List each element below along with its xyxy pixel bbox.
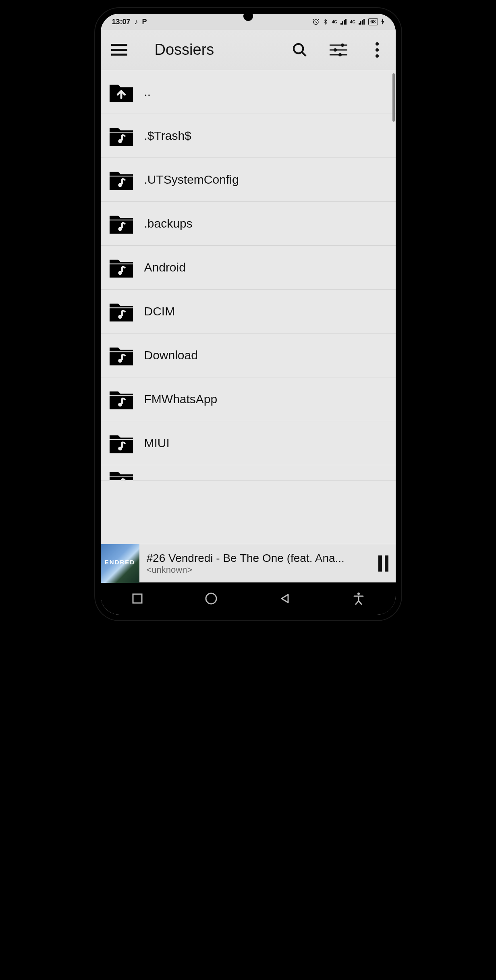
signal-1-icon (340, 19, 347, 25)
status-left: 13:07 ♪ P (112, 18, 147, 26)
recent-apps-button[interactable] (128, 589, 147, 608)
square-icon (132, 593, 143, 604)
svg-point-12 (376, 48, 379, 52)
svg-point-25 (118, 359, 122, 363)
phone-screen: 13:07 ♪ P 4G 4G 68 (101, 14, 396, 615)
hamburger-menu-button[interactable] (108, 39, 131, 61)
music-note-icon: ♪ (135, 18, 138, 26)
folder-label: MIUI (144, 436, 170, 450)
now-playing-title: #26 Vendredi - Be The One (feat. Ana... (147, 552, 364, 565)
folder-row[interactable]: .UTSystemConfig (101, 158, 396, 202)
folder-row[interactable]: MIUI (101, 421, 396, 465)
back-button[interactable] (275, 589, 295, 608)
status-right: 4G 4G 68 (312, 18, 384, 25)
svg-point-19 (118, 227, 122, 231)
search-button[interactable] (288, 39, 311, 61)
search-icon (292, 42, 308, 58)
svg-point-29 (118, 447, 122, 451)
svg-point-17 (118, 183, 122, 187)
folder-row[interactable]: .$Trash$ (101, 114, 396, 158)
folder-label: Download (144, 348, 198, 362)
svg-point-11 (376, 42, 379, 46)
accessibility-button[interactable] (349, 589, 368, 608)
svg-point-34 (357, 593, 360, 595)
pause-icon (378, 555, 388, 572)
album-art (101, 544, 139, 583)
app-bar: Dossiers (101, 30, 396, 70)
svg-point-8 (334, 48, 337, 52)
svg-point-15 (118, 139, 122, 143)
folder-label: FMWhatsApp (144, 392, 218, 406)
folder-up-icon (109, 81, 134, 103)
battery-level: 68 (368, 18, 378, 25)
folder-music-icon (109, 432, 134, 454)
network-1-label: 4G (332, 20, 337, 24)
bluetooth-icon (323, 18, 328, 25)
charging-icon (381, 19, 384, 25)
svg-point-10 (338, 53, 342, 56)
network-2-label: 4G (350, 20, 355, 24)
folder-music-icon (109, 388, 134, 410)
folder-row[interactable]: DCIM (101, 290, 396, 334)
now-playing-bar[interactable]: #26 Vendredi - Be The One (feat. Ana... … (101, 544, 396, 582)
now-playing-text: #26 Vendredi - Be The One (feat. Ana... … (139, 552, 371, 575)
folder-music-icon (109, 256, 134, 279)
folder-music-icon (109, 468, 134, 481)
phone-frame: 13:07 ♪ P 4G 4G 68 (95, 8, 401, 620)
circle-icon (205, 592, 218, 605)
triangle-back-icon (279, 593, 291, 604)
now-playing-artist: <unknown> (147, 565, 364, 575)
folder-row[interactable]: Download (101, 334, 396, 377)
svg-point-6 (341, 44, 344, 47)
alarm-icon (312, 18, 320, 25)
svg-point-4 (294, 44, 303, 53)
more-button[interactable] (366, 39, 388, 61)
more-vert-icon (375, 42, 379, 58)
signal-2-icon (359, 19, 365, 25)
folder-label: .UTSystemConfig (144, 173, 239, 186)
svg-rect-32 (133, 594, 142, 603)
folder-music-icon (109, 168, 134, 191)
sliders-icon (330, 44, 347, 56)
svg-point-33 (206, 593, 216, 604)
folder-label: Android (144, 261, 186, 274)
svg-rect-1 (111, 44, 127, 46)
system-nav-bar (101, 582, 396, 615)
svg-rect-3 (111, 54, 127, 56)
svg-point-23 (118, 315, 122, 319)
folder-music-icon (109, 300, 134, 323)
camera-notch (243, 11, 253, 21)
folder-row-partial[interactable] (101, 465, 396, 481)
folder-music-icon (109, 212, 134, 235)
folder-label: .backups (144, 217, 193, 230)
p-badge-icon: P (142, 18, 147, 26)
page-title: Dossiers (139, 41, 280, 58)
folder-row[interactable]: .backups (101, 202, 396, 246)
folder-label: .. (144, 85, 151, 99)
svg-point-21 (118, 271, 122, 275)
folder-music-icon (109, 344, 134, 367)
folder-list[interactable]: .. .$Trash$ .UTSystemConfig .backups And… (101, 70, 396, 544)
svg-point-13 (376, 54, 379, 58)
folder-label: .$Trash$ (144, 129, 191, 143)
accessibility-icon (353, 592, 364, 605)
svg-point-27 (118, 403, 122, 407)
pause-button[interactable] (371, 555, 396, 572)
filter-button[interactable] (327, 39, 350, 61)
scrollbar-thumb[interactable] (392, 73, 395, 122)
folder-row[interactable]: FMWhatsApp (101, 377, 396, 421)
folder-label: DCIM (144, 305, 175, 318)
status-time: 13:07 (112, 18, 131, 26)
folder-row[interactable]: .. (101, 70, 396, 114)
svg-rect-2 (111, 49, 127, 51)
home-button[interactable] (201, 589, 221, 608)
folder-row[interactable]: Android (101, 246, 396, 290)
folder-music-icon (109, 124, 134, 147)
hamburger-icon (111, 44, 127, 56)
